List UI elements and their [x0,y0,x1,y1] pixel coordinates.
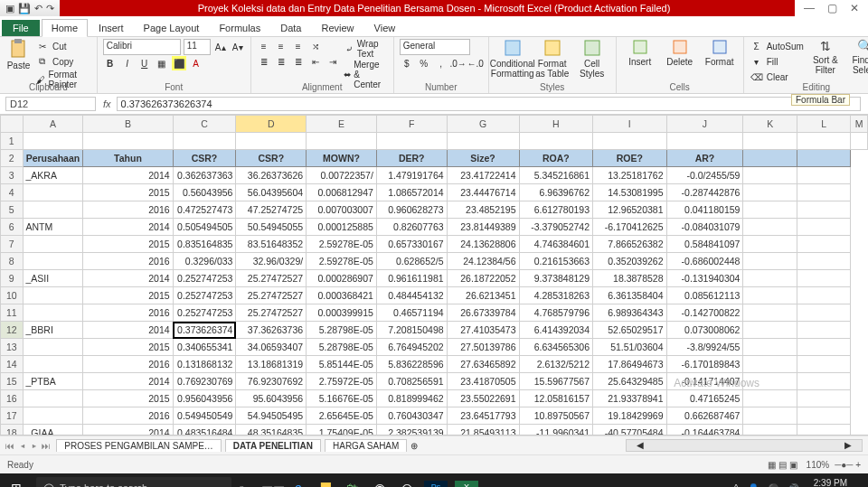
cell[interactable]: 17.86494673 [593,356,667,373]
tab-home[interactable]: Home [42,19,88,37]
tab-insert[interactable]: Insert [90,20,133,36]
cell[interactable] [23,339,83,356]
table-header-cell[interactable]: CSR? [236,150,307,167]
cell[interactable]: 26.67339784 [447,304,519,322]
cell[interactable]: 24.12384/56 [447,253,519,270]
cell[interactable]: 52.65029517 [593,322,667,339]
tray-volume-icon[interactable]: 🔊 [788,483,798,488]
cell[interactable]: 0.352039262 [593,253,667,270]
sheet-tab[interactable]: HARGA SAHAM [325,439,407,452]
cell[interactable]: 21.93378941 [593,390,667,407]
cell[interactable]: 0.56043956 [173,184,236,201]
cell[interactable]: 37.36263736 [236,322,307,339]
explorer-icon[interactable]: ▇ [316,481,335,487]
cell[interactable]: 6.612780193 [519,201,593,219]
copy-button[interactable]: ⧉Copy [35,54,91,69]
column-header[interactable]: A [23,116,83,133]
worksheet[interactable]: ABCDEFGHIJKLM12PerusahaanTahunCSR?CSR?MO… [0,115,868,435]
cell[interactable]: 0.82607763 [376,219,447,236]
column-header[interactable]: H [519,116,593,133]
cell[interactable]: 7.866526382 [593,236,667,253]
cell[interactable]: 0.961611981 [376,270,447,287]
cell[interactable]: 23.41722414 [447,167,519,184]
cell[interactable]: -3.8/9924/55 [666,339,743,356]
column-header[interactable]: E [307,116,377,133]
save-icon[interactable]: 💾 [18,0,31,16]
cell[interactable]: 14.53081995 [593,184,667,201]
tab-review[interactable]: Review [312,20,363,36]
paste-button[interactable]: Paste [5,39,32,70]
cell[interactable]: -6.170412625 [593,219,667,236]
cell[interactable]: 27.50139786 [447,339,519,356]
cell[interactable]: 1.75409E-05 [307,425,377,436]
view-buttons[interactable]: ▦ ▤ ▣ [768,460,797,470]
fx-icon[interactable]: fx [98,98,117,109]
row-header[interactable]: 1 [1,133,24,150]
cell[interactable]: 0.000368421 [307,287,377,304]
cell[interactable]: 6.414392034 [519,322,593,339]
cell[interactable]: 0.041180159 [666,201,743,219]
cell[interactable]: 5.836228596 [376,356,447,373]
cell[interactable]: -0.0/2455/59 [666,167,743,184]
align-middle-icon[interactable]: ≡ [274,39,288,53]
cell[interactable]: 2014 [83,219,173,236]
cell[interactable]: -40.57705484 [593,425,667,436]
cell[interactable]: 7.208150498 [376,322,447,339]
row-header[interactable]: 17 [1,407,24,425]
column-header[interactable]: F [376,116,447,133]
grow-font-icon[interactable]: A▴ [213,40,228,54]
underline-button[interactable]: U [137,56,152,70]
cell[interactable]: 25.64329485 [593,373,667,390]
cell[interactable]: 0.708256591 [376,373,447,390]
cell[interactable]: 26.18722052 [447,270,519,287]
cell[interactable]: 5.16676E-05 [307,390,377,407]
close-button[interactable]: ✕ [850,0,859,16]
column-header[interactable]: D [236,116,307,133]
font-name-combo[interactable]: Calibri [103,39,181,55]
cell[interactable]: -11.9960341 [519,425,593,436]
cell[interactable]: 0.584841097 [666,236,743,253]
cell[interactable]: 2015 [83,184,173,201]
cell[interactable]: 2014 [83,373,173,390]
cell[interactable]: 2016 [83,304,173,322]
cell[interactable]: 2015 [83,236,173,253]
cell[interactable]: 0.960628273 [376,201,447,219]
cell[interactable]: 0.216153663 [519,253,593,270]
cell[interactable]: 2.382539139 [376,425,447,436]
tab-data[interactable]: Data [271,20,310,36]
cell[interactable]: 26.6213451 [447,287,519,304]
find-select-button[interactable]: 🔍Find & Select [847,39,868,75]
cell[interactable]: 0.00722357/ [307,167,377,184]
cell[interactable]: -0.131940304 [666,270,743,287]
cell[interactable]: 6.96396762 [519,184,593,201]
table-header-cell[interactable]: AR? [666,150,743,167]
cell[interactable]: _GIAA [23,425,83,436]
cell[interactable] [23,407,83,425]
sheet-tab[interactable]: DATA PENELITIAN [225,439,321,452]
cell[interactable]: 2016 [83,356,173,373]
cell[interactable]: 23.4852195 [447,201,519,219]
cell[interactable]: 25.27472527 [236,287,307,304]
cell[interactable]: 23.64517793 [447,407,519,425]
cell[interactable]: 0.073008062 [666,322,743,339]
cell[interactable]: 23.81449389 [447,219,519,236]
start-button[interactable]: ⊞ [4,481,29,487]
number-format-combo[interactable]: General [400,39,470,55]
taskbar-search[interactable]: ◯ Type here to search [36,477,231,487]
cell[interactable]: 12.96520381 [593,201,667,219]
minimize-button[interactable]: — [804,0,815,16]
cell[interactable]: 27.63465892 [447,356,519,373]
align-bottom-icon[interactable]: ≡ [291,39,306,53]
cell[interactable]: -6.170189843 [666,356,743,373]
zoom-level[interactable]: 110% [807,460,830,470]
cell[interactable]: 2.59278E-05 [307,236,377,253]
table-header-cell[interactable]: MOWN? [307,150,377,167]
font-size-combo[interactable]: 11 [184,39,211,55]
cell[interactable]: 2.6132/5212 [519,356,593,373]
cell[interactable]: 0.46571194 [376,304,447,322]
align-center-icon[interactable]: ≣ [274,54,288,69]
cell[interactable]: 0.662687467 [666,407,743,425]
table-header-cell[interactable]: Size? [447,150,519,167]
cell[interactable]: 47.25274725 [236,201,307,219]
autosum-button[interactable]: ΣAutoSum [750,39,804,53]
